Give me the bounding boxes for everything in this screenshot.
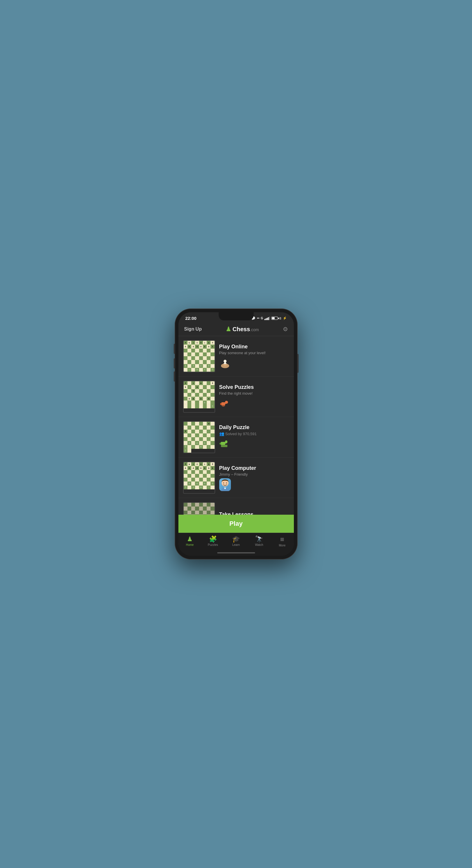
logo-com-text: .com: [250, 328, 259, 332]
people-icon: 👥: [219, 431, 224, 436]
home-icon: ♟: [187, 536, 193, 542]
status-icons: 💬 •• G 8 ⚡: [251, 316, 287, 320]
logo-chess-icon: ♟: [226, 326, 232, 333]
battery-level: 8: [279, 317, 281, 320]
play-computer-text: Play Computer Jimmy – Friendly: [219, 465, 289, 491]
take-lessons-title: Take Lessons: [219, 512, 289, 515]
sign-up-button[interactable]: Sign Up: [184, 327, 202, 332]
play-online-title: Play Online: [219, 344, 289, 350]
solved-count: 👥 Solved by 970,591: [219, 431, 289, 436]
play-online-icon: [219, 358, 231, 369]
solve-puzzles-board: ♜ ♝ ♚ ♜ ♞ ♟: [183, 381, 215, 413]
play-computer-board: ♜ ♞ ♝ ♛ ♚ ♝ ♞ ♜ ♟ ♟ ♟ ♟ ♟ ♟ ♟ ♟: [183, 462, 215, 494]
learn-icon: 🎓: [232, 536, 240, 542]
signal-bar-5: [269, 317, 270, 320]
daily-puzzle-item[interactable]: ♚ ♜: [178, 417, 294, 458]
solve-puzzles-subtitle: Find the right move!: [219, 391, 289, 396]
signal-bar-2: [266, 318, 266, 320]
puzzles-icon: 🧩: [209, 536, 217, 542]
solve-puzzles-item[interactable]: ♜ ♝ ♚ ♜ ♞ ♟: [178, 377, 294, 417]
play-button[interactable]: Play: [178, 515, 294, 533]
battery-icon: [271, 317, 278, 320]
logo: ♟ Chess.com: [226, 326, 259, 333]
take-lessons-item[interactable]: Take Lessons Learn something new!: [178, 498, 294, 515]
play-online-item[interactable]: ♜ ♞ ♝ ♛ ♚ ♝ ♞ ♜ ♟ ♟ ♟ ♟ ♟ ♟ ♟ ♟: [178, 336, 294, 377]
svg-point-5: [225, 401, 228, 404]
play-online-text: Play Online Play someone at your level!: [219, 344, 289, 369]
play-computer-item[interactable]: ♜ ♞ ♝ ♛ ♚ ♝ ♞ ♜ ♟ ♟ ♟ ♟ ♟ ♟ ♟ ♟: [178, 458, 294, 498]
daily-puzzle-board: ♚ ♜: [183, 421, 215, 453]
take-lessons-board: [183, 502, 215, 515]
nav-puzzles[interactable]: 🧩 Puzzles: [202, 533, 225, 549]
home-indicator: [178, 551, 294, 556]
play-computer-subtitle: Jimmy – Friendly: [219, 472, 289, 476]
watch-icon: 🔭: [255, 536, 263, 542]
solve-puzzles-text: Solve Puzzles Find the right move!: [219, 384, 289, 409]
nav-home[interactable]: ♟ Home: [178, 533, 202, 549]
svg-rect-4: [224, 363, 227, 364]
daily-puzzle-text: Daily Puzzle 👥 Solved by 970,591: [219, 424, 289, 450]
watch-label: Watch: [255, 543, 263, 547]
signal-bars: [264, 317, 270, 320]
logo-chess-text: Chess: [233, 326, 250, 332]
play-online-board: ♜ ♞ ♝ ♛ ♚ ♝ ♞ ♜ ♟ ♟ ♟ ♟ ♟ ♟ ♟ ♟: [183, 340, 215, 372]
phone-screen: 22:00 💬 •• G 8 ⚡ Sign: [178, 312, 294, 556]
bottom-nav: ♟ Home 🧩 Puzzles 🎓 Learn 🔭 Watch ≡ More: [178, 533, 294, 551]
solved-count-text: Solved by 970,591: [225, 432, 257, 436]
solve-puzzles-icon: [219, 398, 231, 409]
puzzles-label: Puzzles: [208, 543, 218, 547]
daily-puzzle-title: Daily Puzzle: [219, 424, 289, 431]
dots-icon: ••: [257, 316, 259, 320]
settings-button[interactable]: ⚙: [283, 326, 288, 333]
nav-watch[interactable]: 🔭 Watch: [247, 533, 270, 549]
signal-bar-3: [267, 318, 268, 320]
app-header: Sign Up ♟ Chess.com ⚙: [178, 322, 294, 336]
svg-rect-7: [221, 445, 227, 447]
network-icon: G: [261, 317, 263, 320]
learn-label: Learn: [232, 543, 240, 547]
solve-puzzles-title: Solve Puzzles: [219, 384, 289, 390]
nav-learn[interactable]: 🎓 Learn: [225, 533, 247, 549]
more-label: More: [279, 544, 286, 547]
home-label: Home: [186, 543, 194, 547]
more-icon: ≡: [280, 536, 284, 543]
phone-frame: 22:00 💬 •• G 8 ⚡ Sign: [175, 309, 297, 559]
status-time: 22:00: [185, 316, 197, 321]
play-computer-icon: [219, 479, 231, 491]
play-online-subtitle: Play someone at your level!: [219, 351, 289, 355]
notch: [219, 312, 254, 320]
home-bar: [217, 552, 255, 553]
nav-more[interactable]: ≡ More: [270, 533, 294, 549]
take-lessons-text: Take Lessons Learn something new!: [219, 512, 289, 515]
svg-point-9: [223, 482, 224, 483]
play-computer-title: Play Computer: [219, 465, 289, 471]
daily-puzzle-icon: [219, 438, 231, 450]
battery-fill: [272, 317, 275, 319]
svg-point-10: [226, 482, 227, 483]
signal-bar-1: [264, 319, 265, 320]
signal-bar-4: [268, 317, 269, 320]
main-content: ♜ ♞ ♝ ♛ ♚ ♝ ♞ ♜ ♟ ♟ ♟ ♟ ♟ ♟ ♟ ♟: [178, 336, 294, 515]
logo-text: Chess.com: [233, 326, 259, 333]
charging-icon: ⚡: [283, 316, 287, 320]
svg-point-6: [222, 404, 225, 407]
